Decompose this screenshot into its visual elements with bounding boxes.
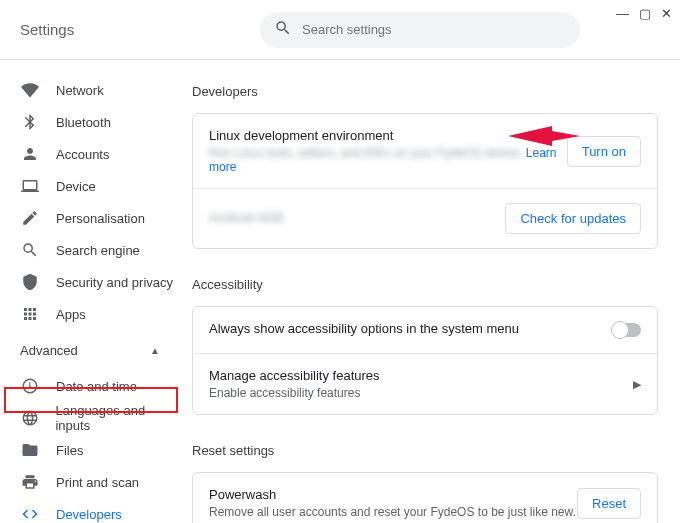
folder-icon: [20, 441, 40, 459]
manage-a11y-row[interactable]: Manage accessibility features Enable acc…: [193, 353, 657, 414]
page-title: Settings: [20, 21, 170, 38]
search-icon: [20, 241, 40, 259]
sidebar-item-label: Files: [56, 443, 83, 458]
sidebar-item-personalisation[interactable]: Personalisation: [0, 202, 180, 234]
sidebar-item-date-time[interactable]: Date and time: [0, 370, 180, 402]
section-title-developers: Developers: [192, 84, 658, 99]
wifi-icon: [20, 81, 40, 99]
sidebar-item-label: Personalisation: [56, 211, 145, 226]
developers-card: Linux development environment Run Linux …: [192, 113, 658, 249]
sidebar-item-accounts[interactable]: Accounts: [0, 138, 180, 170]
sidebar-item-bluetooth[interactable]: Bluetooth: [0, 106, 180, 138]
shield-icon: [20, 273, 40, 291]
apps-icon: [20, 305, 40, 323]
sidebar: Network Bluetooth Accounts Device Person…: [0, 60, 180, 523]
sidebar-item-label: Apps: [56, 307, 86, 322]
close-icon[interactable]: ✕: [661, 6, 672, 21]
globe-icon: [20, 409, 39, 427]
advanced-toggle[interactable]: Advanced ▲: [0, 330, 180, 370]
sidebar-item-label: Languages and inputs: [55, 403, 180, 433]
sidebar-item-label: Device: [56, 179, 96, 194]
chevron-right-icon: ▶: [633, 378, 641, 391]
sidebar-item-label: Search engine: [56, 243, 140, 258]
minimize-icon[interactable]: —: [616, 6, 629, 21]
linux-dev-row: Linux development environment Run Linux …: [193, 114, 657, 188]
sidebar-item-files[interactable]: Files: [0, 434, 180, 466]
advanced-label: Advanced: [20, 343, 78, 358]
maximize-icon[interactable]: ▢: [639, 6, 651, 21]
sidebar-item-label: Developers: [56, 507, 122, 522]
reset-button[interactable]: Reset: [577, 488, 641, 519]
row-subtitle: Enable accessibility features: [209, 386, 633, 400]
sidebar-item-label: Security and privacy: [56, 275, 173, 290]
sidebar-item-search-engine[interactable]: Search engine: [0, 234, 180, 266]
bluetooth-icon: [20, 113, 40, 131]
a11y-toggle[interactable]: [613, 323, 641, 337]
sidebar-item-print[interactable]: Print and scan: [0, 466, 180, 498]
row-subtitle: Run Linux tools, editors, and IDEs on yo…: [209, 146, 567, 174]
sidebar-item-network[interactable]: Network: [0, 74, 180, 106]
row-title: Linux development environment: [209, 128, 567, 143]
laptop-icon: [20, 177, 40, 195]
window-controls: — ▢ ✕: [616, 6, 672, 21]
reset-card: Powerwash Remove all user accounts and r…: [192, 472, 658, 523]
section-title-accessibility: Accessibility: [192, 277, 658, 292]
powerwash-row: Powerwash Remove all user accounts and r…: [193, 473, 657, 523]
section-title-reset: Reset settings: [192, 443, 658, 458]
sidebar-item-developers[interactable]: Developers: [0, 498, 180, 523]
sidebar-item-label: Bluetooth: [56, 115, 111, 130]
print-icon: [20, 473, 40, 491]
search-input[interactable]: [302, 22, 566, 37]
search-icon: [274, 19, 292, 40]
adb-row: Android ADB Check for updates: [193, 188, 657, 248]
row-subtitle: Remove all user accounts and reset your …: [209, 505, 577, 519]
sidebar-item-label: Date and time: [56, 379, 137, 394]
sidebar-item-device[interactable]: Device: [0, 170, 180, 202]
row-title: Powerwash: [209, 487, 577, 502]
row-title: Manage accessibility features: [209, 368, 633, 383]
check-updates-button[interactable]: Check for updates: [505, 203, 641, 234]
sidebar-item-label: Print and scan: [56, 475, 139, 490]
sidebar-item-label: Accounts: [56, 147, 109, 162]
sidebar-item-apps[interactable]: Apps: [0, 298, 180, 330]
sidebar-item-security[interactable]: Security and privacy: [0, 266, 180, 298]
sidebar-item-languages[interactable]: Languages and inputs: [0, 402, 180, 434]
accessibility-card: Always show accessibility options in the…: [192, 306, 658, 415]
always-show-a11y-row[interactable]: Always show accessibility options in the…: [193, 307, 657, 353]
sidebar-item-label: Network: [56, 83, 104, 98]
main-content: Developers Linux development environment…: [180, 60, 680, 523]
search-box[interactable]: [260, 12, 580, 48]
turn-on-button[interactable]: Turn on: [567, 136, 641, 167]
code-icon: [20, 505, 40, 523]
row-title: Always show accessibility options in the…: [209, 321, 613, 336]
chevron-up-icon: ▲: [150, 345, 160, 356]
row-title: Android ADB: [209, 210, 505, 225]
clock-icon: [20, 377, 40, 395]
topbar: Settings: [0, 0, 680, 60]
person-icon: [20, 145, 40, 163]
edit-icon: [20, 209, 40, 227]
